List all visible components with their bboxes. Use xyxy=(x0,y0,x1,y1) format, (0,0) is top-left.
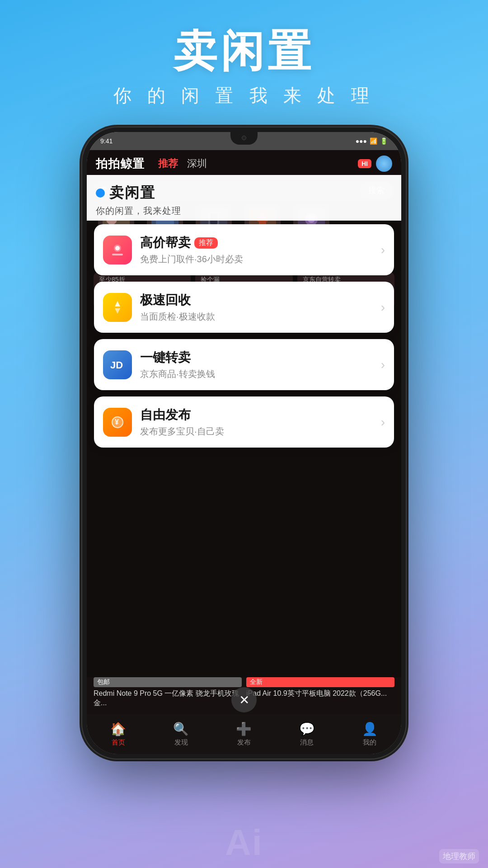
product-title-1: Redmi Note 9 Pro 5G 一亿像素 骁龙手机玫瑰金... xyxy=(94,689,242,708)
svg-text:¥: ¥ xyxy=(115,418,119,426)
header-section: 卖闲置 你 的 闲 置 我 来 处 理 xyxy=(0,27,488,108)
high-price-info: 高价帮卖 推荐 免费上门取件·36小时必卖 xyxy=(140,234,376,265)
one-click-sub: 京东商品·转卖换钱 xyxy=(140,368,376,380)
avatar[interactable] xyxy=(376,156,392,172)
nav-home-label: 首页 xyxy=(112,738,125,747)
free-publish-sub: 发布更多宝贝·自己卖 xyxy=(140,425,376,438)
phone-inner: 9:41 ●●● 📶 🔋 拍拍鲸置 推荐 深圳 xyxy=(87,132,401,754)
product-tag-free: 包邮 xyxy=(94,677,242,687)
svg-marker-21 xyxy=(115,301,120,307)
one-click-icon: JD xyxy=(103,350,132,379)
nav-home[interactable]: 🏠 首页 xyxy=(110,722,126,747)
quick-recycle-sub: 当面质检·极速收款 xyxy=(140,311,376,323)
hi-badge: HI xyxy=(358,159,371,168)
high-price-sub: 免费上门取件·36小时必卖 xyxy=(140,253,376,265)
menu-cards: 高价帮卖 推荐 免费上门取件·36小时必卖 › xyxy=(87,221,401,451)
svg-rect-18 xyxy=(112,254,123,255)
sell-header-box: 卖闲置 你的闲置，我来处理 xyxy=(87,175,401,221)
one-click-info: 一键转卖 京东商品·转卖换钱 xyxy=(140,349,376,380)
phone-screen: 9:41 ●●● 📶 🔋 拍拍鲸置 推荐 深圳 xyxy=(87,132,401,754)
app-content: 拍拍鲸置 推荐 深圳 HI 🔍 搜索 xyxy=(87,150,401,754)
discover-icon: 🔍 xyxy=(173,722,189,736)
menu-card-high-price[interactable]: 高价帮卖 推荐 免费上门取件·36小时必卖 › xyxy=(94,224,394,275)
menu-card-free-publish[interactable]: ¥ 自由发布 发布更多宝贝·自己卖 › xyxy=(94,396,394,448)
svg-point-19 xyxy=(115,246,120,250)
arrow-icon: › xyxy=(381,300,385,315)
close-button[interactable]: ✕ xyxy=(231,687,257,712)
quick-recycle-info: 极速回收 当面质检·极速收款 xyxy=(140,292,376,323)
menu-card-one-click[interactable]: JD 一键转卖 京东商品·转卖换钱 › xyxy=(94,339,394,390)
message-icon: 💬 xyxy=(299,722,315,736)
product-item-1[interactable]: 包邮 Redmi Note 9 Pro 5G 一亿像素 骁龙手机玫瑰金... xyxy=(94,677,242,718)
recommend-badge: 推荐 xyxy=(194,237,218,249)
app-logo: 拍拍鲸置 xyxy=(96,156,145,172)
sell-overlay-subtitle: 你的闲置，我来处理 xyxy=(96,205,392,217)
product-item-2[interactable]: 全新 iPad Air 10.9英寸平板电脑 2022款（256G... xyxy=(246,677,394,718)
phone-notch xyxy=(230,132,258,145)
nav-item-shenzhen[interactable]: 深圳 xyxy=(187,157,207,170)
nav-profile[interactable]: 👤 我的 xyxy=(362,722,378,747)
free-publish-info: 自由发布 发布更多宝贝·自己卖 xyxy=(140,406,376,438)
arrow-icon: › xyxy=(381,415,385,429)
sub-title: 你 的 闲 置 我 来 处 理 xyxy=(0,83,488,108)
app-header: 拍拍鲸置 推荐 深圳 HI xyxy=(87,150,401,177)
high-price-icon xyxy=(103,236,132,264)
header-right: HI xyxy=(358,156,392,172)
watermark-text: 地理教师 xyxy=(443,852,475,861)
watermark: 地理教师 xyxy=(439,849,479,863)
phone-outer: 9:41 ●●● 📶 🔋 拍拍鲸置 推荐 深圳 xyxy=(81,127,407,760)
quick-recycle-label: 极速回收 xyxy=(140,292,376,309)
arrow-icon: › xyxy=(381,358,385,372)
svg-text:JD: JD xyxy=(110,359,123,371)
product-tag-new: 全新 xyxy=(246,677,394,687)
nav-message[interactable]: 💬 消息 xyxy=(299,722,315,747)
nav-message-label: 消息 xyxy=(300,738,314,747)
free-publish-label: 自由发布 xyxy=(140,406,376,424)
arrow-icon: › xyxy=(381,243,385,257)
nav-item-recommend[interactable]: 推荐 xyxy=(158,157,178,170)
quick-recycle-icon xyxy=(103,293,132,322)
publish-icon: ➕ xyxy=(236,722,252,736)
bottom-nav: 🏠 首页 🔍 发现 ➕ 发布 💬 消息 xyxy=(87,714,401,754)
phone-mockup: 9:41 ●●● 📶 🔋 拍拍鲸置 推荐 深圳 xyxy=(81,127,407,760)
sell-overlay-title: 卖闲置 xyxy=(109,183,155,203)
high-price-label: 高价帮卖 推荐 xyxy=(140,234,376,251)
main-title: 卖闲置 xyxy=(0,27,488,75)
nav-publish-label: 发布 xyxy=(237,738,251,747)
free-publish-icon: ¥ xyxy=(103,408,132,437)
home-icon: 🏠 xyxy=(110,722,126,736)
menu-card-quick-recycle[interactable]: 极速回收 当面质检·极速收款 › xyxy=(94,282,394,333)
nav-profile-label: 我的 xyxy=(363,738,376,747)
sell-overlay: 卖闲置 你的闲置，我来处理 xyxy=(87,175,401,451)
nav-discover-label: 发现 xyxy=(174,738,188,747)
svg-marker-22 xyxy=(115,308,120,314)
app-nav: 推荐 深圳 xyxy=(158,157,207,170)
one-click-label: 一键转卖 xyxy=(140,349,376,366)
product-title-2: iPad Air 10.9英寸平板电脑 2022款（256G... xyxy=(246,689,394,698)
nav-publish[interactable]: ➕ 发布 xyxy=(236,722,252,747)
nav-discover[interactable]: 🔍 发现 xyxy=(173,722,189,747)
profile-icon: 👤 xyxy=(362,722,378,736)
